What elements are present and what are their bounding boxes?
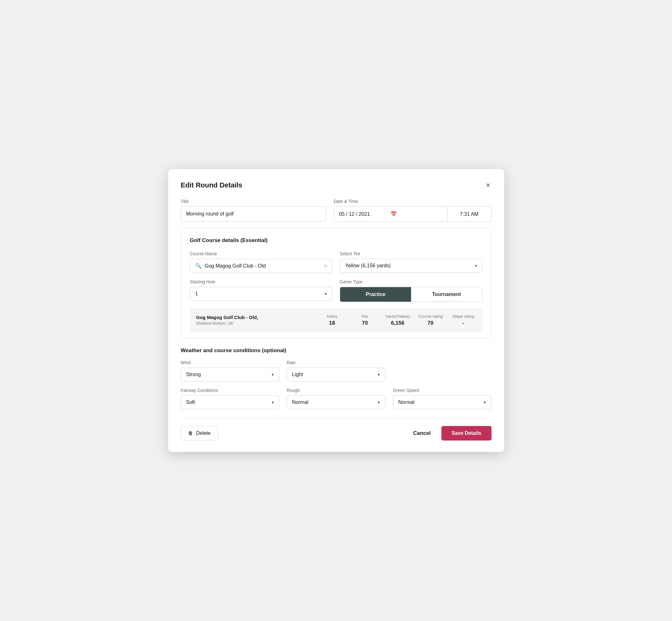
rough-label: Rough bbox=[287, 388, 385, 393]
fairway-label: Fairway Conditions bbox=[181, 388, 279, 393]
golf-course-title: Golf Course details (Essential) bbox=[190, 237, 482, 244]
course-info-location: Shelford Bottom, UK bbox=[196, 321, 312, 326]
slope-rating-stat: Slope rating - bbox=[451, 314, 476, 326]
select-tee-dropdown[interactable]: Yellow (6,156 yards) ▾ bbox=[340, 259, 482, 273]
course-info-card: Gog Magog Golf Club - Old, Shelford Bott… bbox=[190, 308, 482, 332]
chevron-down-icon: ▾ bbox=[475, 263, 477, 268]
wind-group: Wind Strong ▾ bbox=[181, 360, 279, 381]
rain-label: Rain bbox=[287, 360, 385, 365]
green-speed-group: Green Speed Normal ▾ bbox=[393, 388, 491, 409]
par-stat: Par 70 bbox=[352, 314, 378, 326]
par-value: 70 bbox=[362, 320, 368, 326]
select-tee-group: Select Tee Yellow (6,156 yards) ▾ bbox=[340, 251, 482, 273]
date-value: 05 / 12 / 2021 bbox=[339, 211, 390, 217]
wind-value: Strong bbox=[186, 372, 271, 377]
footer-right: Cancel Save Details bbox=[410, 426, 491, 441]
course-name-input-wrap[interactable]: 🔍 × bbox=[190, 259, 333, 273]
modal-header: Edit Round Details × bbox=[181, 180, 492, 190]
rain-value: Light bbox=[292, 372, 378, 377]
course-clear-icon[interactable]: × bbox=[324, 263, 327, 269]
course-rating-value: 70 bbox=[427, 320, 433, 326]
course-name-label: Course Name bbox=[190, 251, 333, 256]
course-info-name-text: Gog Magog Golf Club - Old, bbox=[196, 315, 312, 320]
footer-row: 🗑 Delete Cancel Save Details bbox=[181, 426, 492, 441]
cancel-button[interactable]: Cancel bbox=[410, 426, 434, 441]
datetime-label: Date & Time bbox=[334, 199, 492, 204]
starting-hole-label: Starting Hole bbox=[190, 279, 333, 284]
rain-group: Rain Light ▾ bbox=[287, 360, 385, 381]
golf-course-section: Golf Course details (Essential) Course N… bbox=[181, 228, 492, 339]
rough-group: Rough Normal ▾ bbox=[287, 388, 385, 409]
time-input[interactable]: 7:31 AM bbox=[447, 206, 492, 222]
course-name-input[interactable] bbox=[205, 263, 321, 269]
fairway-dropdown[interactable]: Soft ▾ bbox=[181, 396, 279, 409]
chevron-down-icon: ▾ bbox=[325, 291, 327, 296]
chevron-down-icon: ▾ bbox=[271, 372, 274, 377]
green-speed-dropdown[interactable]: Normal ▾ bbox=[393, 396, 491, 409]
fairway-group: Fairway Conditions Soft ▾ bbox=[181, 388, 279, 409]
title-datetime-row: Title Date & Time 05 / 12 / 2021 📅 7:31 … bbox=[181, 199, 492, 222]
slope-rating-value: - bbox=[463, 320, 464, 326]
course-tee-row: Course Name 🔍 × Select Tee Yellow (6,156… bbox=[190, 251, 482, 273]
slope-rating-label: Slope rating bbox=[452, 314, 474, 319]
save-button[interactable]: Save Details bbox=[442, 426, 491, 441]
hole-gametype-row: Starting Hole 1 ▾ Game Type Practice Tou… bbox=[190, 279, 482, 302]
practice-button[interactable]: Practice bbox=[340, 287, 411, 302]
rain-dropdown[interactable]: Light ▾ bbox=[287, 368, 385, 381]
title-label: Title bbox=[181, 199, 326, 204]
select-tee-value: Yellow (6,156 yards) bbox=[345, 263, 475, 268]
tournament-button[interactable]: Tournament bbox=[411, 287, 482, 302]
course-rating-stat: Course rating 70 bbox=[418, 314, 443, 326]
trash-icon: 🗑 bbox=[188, 430, 193, 436]
date-input[interactable]: 05 / 12 / 2021 📅 bbox=[334, 206, 447, 222]
wind-label: Wind bbox=[181, 360, 279, 365]
course-info-name: Gog Magog Golf Club - Old, Shelford Bott… bbox=[196, 315, 312, 326]
select-tee-label: Select Tee bbox=[340, 251, 482, 256]
rough-value: Normal bbox=[292, 400, 378, 405]
search-icon: 🔍 bbox=[195, 263, 202, 269]
modal-title: Edit Round Details bbox=[181, 181, 243, 189]
green-speed-value: Normal bbox=[398, 400, 484, 405]
holes-label: Holes bbox=[327, 314, 337, 319]
course-rating-label: Course rating bbox=[418, 314, 443, 319]
chevron-down-icon: ▾ bbox=[378, 400, 380, 405]
game-type-toggle: Practice Tournament bbox=[340, 287, 482, 302]
chevron-down-icon: ▾ bbox=[378, 372, 380, 377]
yards-stat: Yards(Yellow) 6,156 bbox=[385, 314, 411, 326]
holes-stat: Holes 18 bbox=[320, 314, 345, 326]
wind-dropdown[interactable]: Strong ▾ bbox=[181, 368, 279, 381]
par-label: Par bbox=[362, 314, 368, 319]
datetime-group: Date & Time 05 / 12 / 2021 📅 7:31 AM bbox=[334, 199, 492, 222]
weather-title: Weather and course conditions (optional) bbox=[181, 347, 492, 354]
game-type-label: Game Type bbox=[340, 279, 482, 284]
delete-label: Delete bbox=[196, 430, 211, 436]
conditions-row: Fairway Conditions Soft ▾ Rough Normal ▾… bbox=[181, 388, 492, 409]
chevron-down-icon: ▾ bbox=[484, 400, 486, 405]
game-type-group: Game Type Practice Tournament bbox=[340, 279, 482, 302]
yards-value: 6,156 bbox=[391, 320, 405, 326]
footer-divider bbox=[181, 418, 492, 418]
holes-value: 18 bbox=[329, 320, 335, 326]
starting-hole-dropdown[interactable]: 1 ▾ bbox=[190, 287, 333, 301]
starting-hole-group: Starting Hole 1 ▾ bbox=[190, 279, 333, 301]
title-group: Title bbox=[181, 199, 326, 221]
chevron-down-icon: ▾ bbox=[271, 400, 274, 405]
calendar-icon: 📅 bbox=[390, 211, 442, 217]
title-input[interactable] bbox=[181, 206, 326, 221]
edit-round-modal: Edit Round Details × Title Date & Time 0… bbox=[168, 169, 504, 452]
date-time-inputs: 05 / 12 / 2021 📅 7:31 AM bbox=[334, 206, 492, 222]
rough-dropdown[interactable]: Normal ▾ bbox=[287, 396, 385, 409]
wind-rain-row: Wind Strong ▾ Rain Light ▾ bbox=[181, 360, 492, 381]
yards-label: Yards(Yellow) bbox=[385, 314, 410, 319]
course-name-group: Course Name 🔍 × bbox=[190, 251, 333, 273]
green-speed-label: Green Speed bbox=[393, 388, 491, 393]
delete-button[interactable]: 🗑 Delete bbox=[181, 426, 218, 441]
starting-hole-value: 1 bbox=[195, 291, 325, 297]
weather-section: Weather and course conditions (optional)… bbox=[181, 347, 492, 409]
fairway-value: Soft bbox=[186, 400, 271, 405]
time-value: 7:31 AM bbox=[460, 211, 478, 217]
close-button[interactable]: × bbox=[485, 180, 492, 190]
